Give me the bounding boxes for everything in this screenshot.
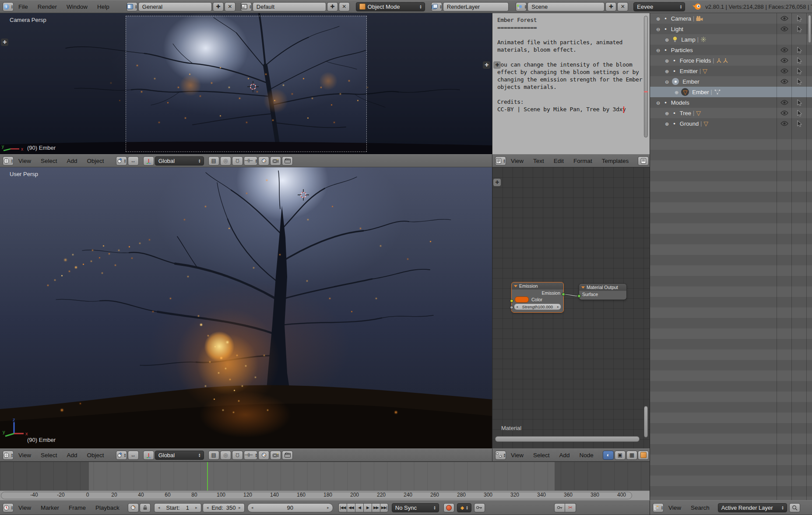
editor-type-3dview-button[interactable] bbox=[3, 156, 14, 166]
pivot-point-button[interactable]: ⊣⊢ bbox=[244, 451, 257, 460]
close-workspace-button[interactable]: ✕ bbox=[225, 2, 236, 11]
outliner-item-label[interactable]: Emitter bbox=[680, 68, 698, 74]
region-expand-handle[interactable]: ✚ bbox=[483, 61, 490, 69]
menu-view[interactable]: View bbox=[506, 452, 528, 459]
timeline-ruler[interactable]: -40 -20 0 20 40 60 80 100 120 140 160 18… bbox=[0, 490, 650, 500]
expand-icon[interactable] bbox=[675, 89, 678, 95]
collapse-icon[interactable] bbox=[665, 78, 669, 85]
menu-help[interactable]: Help bbox=[92, 4, 114, 10]
close-scene-button[interactable]: ✕ bbox=[617, 2, 628, 11]
editor-type-3dview-button[interactable] bbox=[3, 451, 14, 460]
editor-type-text-button[interactable] bbox=[495, 156, 506, 166]
node-editor-hscrollbar[interactable] bbox=[495, 436, 640, 442]
menu-node[interactable]: Node bbox=[575, 452, 598, 459]
keying-popover-button[interactable] bbox=[474, 503, 485, 512]
material-datablock-button[interactable] bbox=[638, 451, 649, 460]
expand-icon[interactable] bbox=[665, 120, 669, 127]
hide-toggle[interactable] bbox=[777, 55, 792, 66]
selectability-toggle[interactable] bbox=[792, 55, 807, 66]
selectability-toggle[interactable] bbox=[792, 108, 807, 118]
add-scene-button[interactable]: ✚ bbox=[605, 2, 616, 11]
gizmo-toggle-button[interactable]: ↔ bbox=[128, 451, 139, 460]
render-engine-dropdown[interactable]: Eevee bbox=[633, 2, 685, 11]
menu-view[interactable]: View bbox=[14, 452, 36, 459]
shading-overlays-button[interactable] bbox=[258, 156, 269, 166]
hide-toggle[interactable] bbox=[777, 45, 792, 55]
region-expand-handle[interactable]: ✚ bbox=[493, 179, 501, 186]
menu-view[interactable]: View bbox=[664, 504, 686, 511]
close-layout-button[interactable]: ✕ bbox=[339, 2, 350, 11]
scene-browse-button[interactable] bbox=[516, 2, 527, 11]
outliner-item-label[interactable]: Light bbox=[671, 26, 683, 32]
selectability-toggle[interactable] bbox=[792, 66, 807, 76]
menu-templates[interactable]: Templates bbox=[597, 158, 634, 164]
workspace-name-field[interactable]: General bbox=[138, 2, 212, 11]
strength-slider[interactable]: ◂Strength100.000▸ bbox=[514, 303, 561, 310]
timeline-playhead[interactable] bbox=[207, 462, 208, 490]
emission-node[interactable]: Emission Emission Color ◂Strength100.000… bbox=[512, 282, 563, 312]
jump-to-end-button[interactable]: ▶▶| bbox=[380, 503, 388, 512]
menu-text[interactable]: Text bbox=[528, 158, 549, 164]
snap-target-button[interactable]: ▤ bbox=[208, 451, 219, 460]
shader-node-editor[interactable]: Emission Emission Color ◂Strength100.000… bbox=[492, 167, 650, 448]
collapse-icon[interactable] bbox=[656, 47, 660, 53]
outliner-item-label[interactable]: Camera bbox=[671, 15, 691, 22]
hide-toggle[interactable] bbox=[777, 118, 792, 129]
layout-browse-button[interactable] bbox=[241, 2, 252, 11]
collapse-icon[interactable] bbox=[656, 99, 660, 106]
shading-overlays-button[interactable] bbox=[258, 451, 269, 460]
menu-object[interactable]: Object bbox=[82, 158, 109, 164]
expand-icon[interactable] bbox=[665, 110, 669, 116]
render-animation-button[interactable] bbox=[282, 156, 293, 166]
text-datablock-button[interactable] bbox=[638, 156, 649, 166]
material-output-node[interactable]: Material Output Surface bbox=[579, 284, 626, 300]
outliner-display-mode-dropdown[interactable]: Active Render Layer bbox=[718, 503, 787, 512]
outliner-row-lamp[interactable]: Lamp | bbox=[650, 34, 812, 45]
selectability-toggle[interactable] bbox=[792, 24, 807, 34]
color-input-socket[interactable] bbox=[510, 299, 513, 303]
lock-button[interactable] bbox=[140, 503, 151, 512]
hide-toggle[interactable] bbox=[777, 97, 792, 108]
menu-view[interactable]: View bbox=[14, 158, 36, 164]
add-workspace-button[interactable]: ✚ bbox=[213, 2, 224, 11]
outliner-row-ember-object[interactable]: ▽ Ember | bbox=[650, 87, 812, 97]
expand-icon[interactable] bbox=[665, 68, 669, 74]
outliner-item-label[interactable]: Ember bbox=[682, 78, 699, 85]
editor-type-outliner-button[interactable] bbox=[653, 503, 664, 512]
shader-type-object-toggle[interactable]: ◐ bbox=[603, 451, 614, 460]
mode-orb-button[interactable] bbox=[116, 451, 127, 460]
menu-object[interactable]: Object bbox=[82, 452, 109, 459]
hide-toggle[interactable] bbox=[777, 108, 792, 118]
view-layer-browse-button[interactable] bbox=[431, 2, 442, 11]
sync-dropdown[interactable]: No Sync bbox=[392, 503, 439, 512]
node-collapse-icon[interactable] bbox=[514, 285, 517, 287]
outliner-item-label[interactable]: Ember bbox=[692, 89, 709, 95]
mode-orb-button[interactable] bbox=[116, 156, 127, 166]
snap-magnet-icon[interactable]: Ω bbox=[232, 451, 243, 460]
next-keyframe-button[interactable]: ▶▶ bbox=[372, 503, 380, 512]
frame-end-field[interactable]: ◂End:350▸ bbox=[203, 503, 245, 512]
auto-keying-button[interactable] bbox=[128, 503, 139, 512]
menu-select[interactable]: Select bbox=[36, 452, 62, 459]
menu-select[interactable]: Select bbox=[528, 452, 555, 459]
editor-type-info-button[interactable]: i bbox=[3, 2, 14, 11]
snap-target-button[interactable]: ▤ bbox=[208, 156, 219, 166]
previous-keyframe-button[interactable]: ◀◀ bbox=[347, 503, 355, 512]
workspace-browse-button[interactable] bbox=[127, 2, 137, 11]
menu-edit[interactable]: Edit bbox=[549, 158, 569, 164]
selectability-toggle[interactable] bbox=[792, 13, 807, 24]
region-expand-handle[interactable]: ✚ bbox=[493, 61, 501, 69]
filter-search-button[interactable] bbox=[789, 503, 800, 512]
menu-format[interactable]: Format bbox=[569, 158, 597, 164]
keyframe-insert-button[interactable] bbox=[554, 503, 565, 512]
outliner[interactable]: Camera | Light Lamp | Particles Fo bbox=[650, 13, 812, 500]
proportional-edit-icon[interactable]: ◎ bbox=[220, 156, 231, 166]
gizmo-toggle-button[interactable]: ↔ bbox=[128, 156, 139, 166]
play-reverse-button[interactable]: ◀ bbox=[355, 503, 363, 512]
viewport-camera[interactable]: Camera Persp (90) Ember x y ✚ bbox=[0, 13, 492, 154]
selectability-toggle[interactable] bbox=[792, 76, 807, 87]
toolbar-expand-handle[interactable]: ✚ bbox=[1, 39, 8, 46]
timeline[interactable] bbox=[0, 462, 650, 490]
layout-name-field[interactable]: Default bbox=[253, 2, 326, 11]
shader-type-linestyle-toggle[interactable]: ▦ bbox=[626, 451, 637, 460]
